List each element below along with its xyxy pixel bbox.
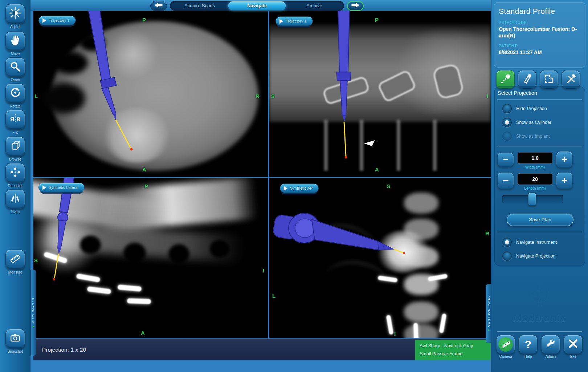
radio-navigate-instrument[interactable]: Navigate Instrument: [502, 238, 557, 247]
browse-button[interactable]: [5, 137, 25, 156]
width-increase-button[interactable]: +: [556, 151, 573, 168]
radio-hide-projection[interactable]: Hide Projection: [502, 104, 547, 113]
workflow-tabbar: Acquire Scans Navigate Archive: [170, 1, 344, 11]
orientation-label-left: L: [272, 293, 275, 299]
profile-title: Standard Profile: [499, 7, 581, 16]
zoom-button[interactable]: [5, 57, 25, 77]
adjust-label: Adjust: [0, 25, 30, 29]
svg-text:R: R: [16, 116, 20, 122]
play-icon: [42, 185, 46, 190]
radio-icon: [502, 104, 512, 113]
status-bar: Projection: 1 x 20 Awl Sharp - NavLock G…: [33, 338, 491, 360]
trajectory-tab[interactable]: Trajectory 1: [275, 16, 313, 26]
system-button-help: ? Help: [519, 335, 538, 359]
orientation-label-right: R: [485, 230, 489, 236]
rotate-label: Rotate: [0, 104, 30, 108]
help-icon: ?: [525, 338, 531, 351]
camera-label: Camera: [496, 355, 515, 359]
system-buttons-row: Camera ? Help Admin: [496, 335, 583, 359]
measure-button[interactable]: [5, 250, 25, 269]
radio-navigate-projection[interactable]: Navigate Projection: [502, 251, 555, 261]
play-icon: [279, 19, 283, 24]
length-increase-button[interactable]: +: [556, 172, 573, 189]
previous-step-button[interactable]: [150, 1, 167, 11]
width-value-field[interactable]: 1.0: [518, 153, 552, 163]
brand-area: Medtronic: [491, 283, 588, 324]
orientation-label-superior: S: [271, 93, 275, 99]
save-plan-button[interactable]: Save Plan: [507, 214, 573, 226]
tool-badge-line1: Awl Sharp - NavLock Gray: [420, 342, 486, 350]
flip-label: Flip: [0, 130, 30, 134]
tab-archive[interactable]: Archive: [286, 1, 343, 10]
length-slider-thumb[interactable]: [528, 193, 536, 206]
invert-label: Invert: [0, 210, 30, 214]
viewport-sagittal[interactable]: Trajectory 1 P S I A: [269, 11, 491, 177]
measure-icon: [9, 253, 21, 266]
radio-icon: [502, 251, 512, 261]
recenter-icon: [9, 166, 21, 179]
width-label: Width (mm): [518, 165, 552, 169]
rotate-button[interactable]: [5, 84, 25, 103]
viewport-synthetic-lateral[interactable]: Synthetic Lateral P S I A: [33, 178, 268, 338]
sidebar-item-adjust: Adjust: [0, 4, 30, 29]
profile-info-box: Standard Profile PROCEDURE Open Thoracol…: [494, 2, 585, 68]
trajectory-tool-button[interactable]: [496, 70, 515, 89]
instrument-settings-button[interactable]: [562, 70, 580, 89]
adjust-button[interactable]: [5, 4, 25, 24]
help-button[interactable]: ?: [519, 335, 538, 354]
control-panel-edge-tab[interactable]: CONTROL PANEL ▲: [486, 284, 491, 343]
invert-button[interactable]: [5, 189, 25, 209]
orientation-label-anterior: A: [141, 330, 145, 336]
length-slider-track[interactable]: [502, 195, 563, 203]
view-images-edge-tab[interactable]: VIEW IMAGES ▲: [30, 270, 36, 356]
length-decrease-button[interactable]: −: [497, 172, 514, 189]
patient-label: PATIENT:: [499, 44, 581, 48]
instrument-overlay-ap: [269, 178, 491, 338]
exit-button[interactable]: [564, 335, 583, 354]
instrument-settings-icon: [565, 73, 576, 86]
move-button[interactable]: [5, 31, 25, 51]
zoom-icon: [9, 61, 21, 74]
frames-tool-button[interactable]: [540, 70, 558, 89]
viewport-synthetic-ap[interactable]: Synthetic AP S L R I: [269, 178, 491, 338]
control-panel-label: CONTROL PANEL: [487, 295, 490, 327]
exit-label: Exit: [564, 355, 583, 359]
trajectory-tab[interactable]: Trajectory 1: [38, 16, 76, 25]
flip-button[interactable]: RR: [5, 110, 25, 129]
sidebar-item-measure: Measure: [0, 250, 30, 274]
sidebar-item-move: Move: [0, 31, 30, 56]
procedure-value: Open Thoracolumbar Fusion: O-arm(R): [499, 26, 581, 39]
svg-text:R: R: [10, 116, 14, 122]
sidebar-item-flip: RR Flip: [0, 110, 30, 134]
tab-acquire-scans[interactable]: Acquire Scans: [171, 1, 228, 10]
snapshot-button[interactable]: [5, 329, 25, 348]
stealth-navigation-screen: Adjust Move Zoom Rotate: [0, 0, 588, 372]
radio-icon: [502, 132, 512, 141]
tab-navigate[interactable]: Navigate: [228, 1, 286, 10]
view-images-label: VIEW IMAGES: [32, 298, 35, 323]
length-value-field[interactable]: 20: [518, 174, 552, 185]
workflow-navigation: Acquire Scans Navigate Archive: [150, 1, 364, 11]
radio-show-as-implant: Show as Implant: [502, 132, 550, 141]
trajectory-tool-icon: [500, 73, 511, 86]
viewport-axial[interactable]: Trajectory 1 P L R A: [33, 11, 268, 177]
admin-button[interactable]: [541, 335, 560, 354]
sidebar-item-invert: Invert: [0, 189, 30, 214]
flip-icon: RR: [9, 113, 21, 126]
trajectory-tab[interactable]: Synthetic Lateral: [38, 183, 85, 192]
rotate-icon: [9, 87, 21, 100]
next-step-button[interactable]: [347, 1, 364, 11]
width-decrease-button[interactable]: −: [497, 152, 514, 167]
exit-icon: [568, 338, 579, 351]
control-panel: CONTROL PANEL ▲ Standard Profile PROCEDU…: [491, 0, 588, 372]
expand-arrow-icon: ▲: [32, 325, 35, 328]
trajectory-tab[interactable]: Synthetic AP: [280, 183, 319, 193]
orientation-label-left: L: [34, 93, 38, 99]
camera-button[interactable]: [496, 335, 515, 354]
system-button-admin: Admin: [541, 335, 560, 359]
probe-tool-button[interactable]: [518, 70, 536, 89]
admin-label: Admin: [541, 355, 560, 359]
instrument-overlay-axial: [33, 11, 268, 177]
recenter-button[interactable]: [5, 163, 25, 183]
radio-show-as-cylinder[interactable]: Show as Cylinder: [502, 118, 551, 127]
